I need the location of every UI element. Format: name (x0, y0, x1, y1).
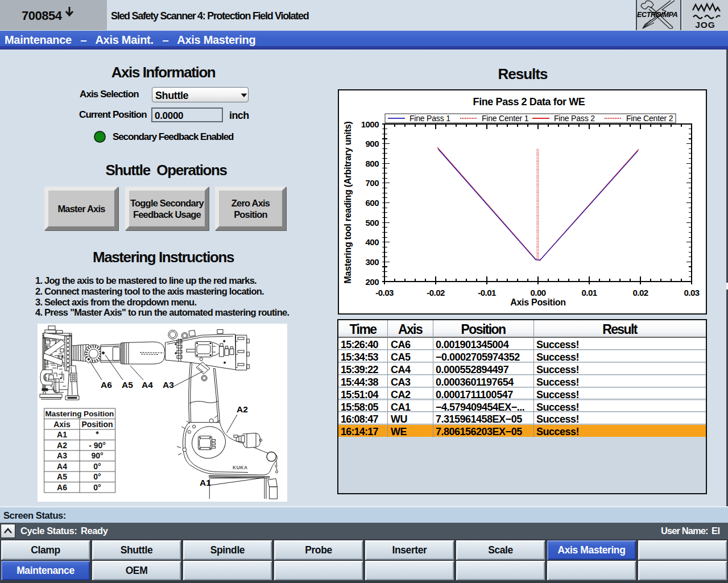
svg-text:A2: A2 (57, 441, 67, 450)
svg-text:Fine Pass 1: Fine Pass 1 (410, 114, 450, 123)
svg-text:A5: A5 (57, 472, 67, 481)
svg-text:0.01: 0.01 (581, 288, 597, 297)
svg-text:900: 900 (365, 139, 379, 148)
svg-text:200: 200 (365, 277, 379, 287)
svg-text:600: 600 (365, 198, 379, 208)
svg-text:Fine Pass 2: Fine Pass 2 (554, 114, 595, 123)
svg-text:500: 500 (365, 218, 379, 228)
svg-text:ECTROIMPA: ECTROIMPA (637, 11, 678, 19)
svg-text:0°: 0° (93, 462, 101, 471)
svg-text:A1: A1 (57, 430, 67, 439)
svg-text:A2: A2 (237, 404, 248, 414)
svg-text:700: 700 (365, 178, 379, 188)
svg-text:A3: A3 (57, 451, 67, 460)
svg-text:A3: A3 (163, 380, 174, 390)
svg-text:Axis Position: Axis Position (510, 297, 565, 307)
svg-text:A1: A1 (200, 478, 211, 487)
svg-text:0.02: 0.02 (632, 288, 648, 297)
svg-text:Fine Center 1: Fine Center 1 (482, 114, 529, 123)
svg-text:A5: A5 (122, 380, 133, 390)
svg-text:90°: 90° (91, 451, 103, 460)
svg-text:A4: A4 (142, 380, 153, 390)
svg-text:0°: 0° (93, 483, 101, 492)
svg-text:Fine Pass 2 Data for WE: Fine Pass 2 Data for WE (473, 96, 585, 107)
svg-text:A4: A4 (57, 462, 67, 471)
svg-text:*: * (96, 429, 99, 439)
svg-text:Mastering tool reading (Arbitr: Mastering tool reading (Arbitrary units) (343, 122, 353, 284)
svg-text:- 90°: - 90° (89, 441, 106, 450)
svg-text:KUKA: KUKA (233, 465, 248, 470)
svg-text:400: 400 (365, 237, 379, 247)
svg-text:1000: 1000 (361, 119, 379, 129)
svg-text:-0.03: -0.03 (375, 288, 394, 297)
svg-text:0.03: 0.03 (684, 288, 699, 297)
svg-text:A6: A6 (57, 483, 67, 492)
svg-text:A6: A6 (101, 380, 112, 390)
svg-text:0°: 0° (93, 472, 101, 481)
svg-text:300: 300 (365, 257, 379, 267)
svg-text:-0.01: -0.01 (478, 288, 496, 297)
svg-text:800: 800 (365, 159, 379, 168)
svg-text:0.00: 0.00 (530, 288, 545, 297)
svg-text:Mastering Position: Mastering Position (46, 410, 114, 418)
svg-text:Position: Position (81, 420, 113, 429)
svg-text:Fine Center 2: Fine Center 2 (626, 114, 673, 123)
svg-text:-0.02: -0.02 (427, 288, 445, 297)
svg-text:Axis: Axis (53, 420, 71, 429)
